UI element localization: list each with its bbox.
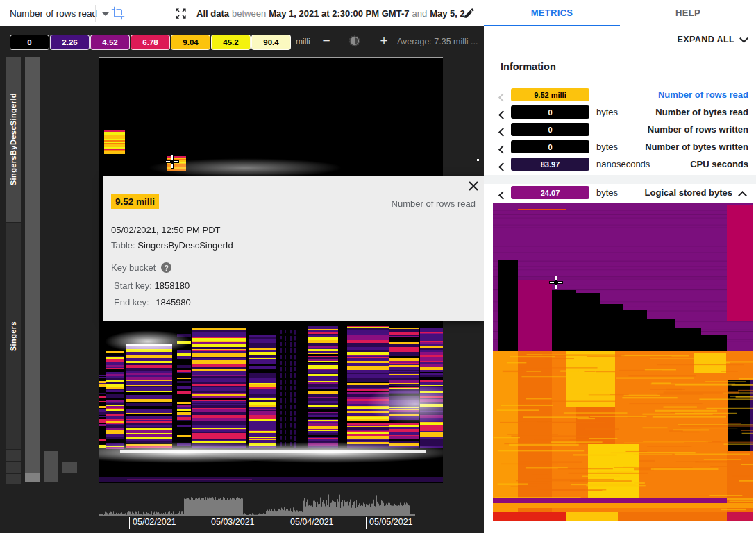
- chevron-left-icon[interactable]: [500, 143, 508, 151]
- metric-value-chip: 24.07: [511, 186, 589, 199]
- zoom-extent-dot: [477, 159, 479, 161]
- toolbar-divider: [95, 5, 96, 22]
- key-visualizer-app: Number of rows read All data between May…: [0, 0, 756, 533]
- metric-row-logical-stored-bytes: 24.07 bytes Logical stored bytes: [484, 185, 756, 202]
- scale-chip-2: 4.52: [90, 35, 130, 50]
- close-icon: [469, 181, 478, 191]
- chevron-left-icon[interactable]: [500, 189, 508, 197]
- range-prefix: All data: [196, 8, 229, 19]
- table-value: SingersByDescSingerId: [137, 240, 233, 251]
- bucket-metric-label: Number of rows read: [392, 198, 476, 209]
- chevron-left-icon[interactable]: [500, 108, 508, 117]
- range-between-word: between: [229, 8, 269, 19]
- minimap-block-1: [44, 451, 58, 482]
- activity-sparkline: [99, 487, 419, 517]
- bucket-detail-card: 9.52 milli Number of rows read 05/02/202…: [103, 176, 484, 321]
- tab-metrics[interactable]: METRICS: [484, 0, 620, 26]
- metric-name[interactable]: Number of bytes written: [645, 142, 748, 152]
- bucket-timestamp: 05/02/2021, 12:50 PM PDT: [111, 225, 221, 235]
- expand-view-button[interactable]: [172, 5, 189, 22]
- bucket-value-highlight: 9.52 milli: [111, 194, 159, 209]
- scale-chip-0: 0: [10, 35, 49, 50]
- table-label: Table:: [111, 240, 135, 251]
- close-card-button[interactable]: [467, 180, 480, 192]
- color-scale-bar: 0 2.26 4.52 6.78 9.04 45.2 90.4 milli − …: [0, 31, 485, 52]
- metric-value-chip: 0: [511, 140, 589, 153]
- range-start: May 1, 2021 at 2:30:00 PM GMT-7: [269, 8, 409, 19]
- key-range-small-3: [6, 474, 21, 484]
- metric-name[interactable]: Number of rows read: [658, 90, 748, 100]
- chevron-down-icon: [739, 34, 748, 43]
- top-bar: Number of rows read All data between May…: [0, 0, 485, 26]
- minimap-column-tip: [25, 473, 40, 482]
- metric-row-rows-read: 9.52 milli Number of rows read: [484, 87, 756, 104]
- pencil-icon: [463, 7, 476, 19]
- axis-tick-1: 05/02/2021: [129, 517, 176, 529]
- chevron-left-icon[interactable]: [500, 160, 508, 169]
- information-heading: Information: [501, 61, 556, 72]
- end-key-label: End key:: [114, 297, 149, 307]
- metric-name[interactable]: Logical stored bytes: [645, 187, 732, 198]
- axis-tick-3: 05/04/2021: [287, 517, 334, 529]
- crop-button[interactable]: [110, 5, 126, 22]
- key-range-singers[interactable]: Singers: [6, 223, 21, 449]
- scale-chip-3: 6.78: [131, 35, 170, 50]
- metric-dropdown-label: Number of rows read: [10, 8, 97, 19]
- crop-icon: [111, 6, 125, 20]
- start-key-value: 1858180: [155, 280, 190, 291]
- metric-unit: bytes: [596, 107, 618, 117]
- axis-tick-4: 05/05/2021: [366, 517, 413, 529]
- end-key-row: End key: 1845980: [114, 297, 191, 307]
- end-key-value: 1845980: [156, 297, 191, 307]
- decrease-scale-button[interactable]: −: [318, 33, 335, 49]
- chevron-left-icon[interactable]: [500, 91, 508, 99]
- contrast-button[interactable]: [348, 34, 362, 48]
- time-range-label: All data between May 1, 2021 at 2:30:00 …: [196, 0, 465, 26]
- chevron-down-icon: [102, 12, 109, 16]
- metric-name[interactable]: Number of bytes read: [655, 107, 748, 117]
- scale-chip-5: 45.2: [211, 35, 251, 50]
- axis-tick-2: 05/03/2021: [208, 517, 255, 529]
- metric-unit: bytes: [596, 142, 618, 152]
- edit-range-button[interactable]: [461, 5, 478, 22]
- expand-arrows-icon: [174, 7, 187, 20]
- key-bucket-row: Key bucket ?: [111, 262, 171, 273]
- logical-stored-bytes-heatmap[interactable]: [493, 203, 753, 521]
- average-label: Average: 7.35 milli ...: [397, 37, 478, 46]
- chevron-left-icon[interactable]: [500, 126, 508, 134]
- metric-dropdown[interactable]: Number of rows read: [10, 0, 109, 26]
- range-end: May 5, 2: [430, 8, 465, 19]
- increase-scale-button[interactable]: +: [376, 33, 392, 49]
- contrast-icon: [348, 34, 362, 48]
- expand-all-button[interactable]: EXPAND ALL: [678, 35, 747, 44]
- panel-tabs: METRICS HELP: [484, 0, 756, 26]
- tab-help[interactable]: HELP: [620, 0, 756, 26]
- scale-chip-6: 90.4: [251, 35, 291, 50]
- minimap-block-2: [62, 462, 77, 473]
- key-range-singersbydescsingerid[interactable]: SingersByDescSingerId: [6, 57, 21, 222]
- metric-row-cpu-seconds: 83.97 nanoseconds CPU seconds: [484, 156, 756, 174]
- collapse-chevron-up-icon[interactable]: [739, 189, 748, 197]
- metric-row-rows-written: 0 Number of rows written: [484, 121, 756, 139]
- start-key-row: Start key: 1858180: [114, 280, 190, 291]
- key-bucket-label: Key bucket: [111, 262, 156, 273]
- metric-row-bytes-read: 0 bytes Number of bytes read: [484, 104, 756, 121]
- scale-chip-1: 2.26: [50, 35, 90, 50]
- active-tab-underline: [484, 25, 620, 26]
- metric-value-chip: 0: [511, 123, 589, 136]
- range-and-word: and: [409, 8, 430, 19]
- metric-name[interactable]: CPU seconds: [690, 159, 748, 169]
- help-icon[interactable]: ?: [161, 262, 171, 273]
- metric-unit: nanoseconds: [596, 159, 650, 169]
- metric-value-chip: 0: [511, 105, 589, 119]
- side-panel: METRICS HELP EXPAND ALL Information 9.52…: [484, 0, 756, 533]
- metric-unit: bytes: [596, 187, 618, 198]
- metric-name[interactable]: Number of rows written: [648, 124, 748, 135]
- minimap-column: [25, 57, 40, 473]
- start-key-label: Start key:: [114, 280, 152, 291]
- key-range-small-1: [6, 450, 21, 461]
- key-range-small-2: [6, 462, 21, 473]
- scale-unit-label: milli: [296, 37, 310, 46]
- zoom-extent-hook: [458, 428, 478, 428]
- bucket-table-row: Table: SingersByDescSingerId: [111, 240, 233, 251]
